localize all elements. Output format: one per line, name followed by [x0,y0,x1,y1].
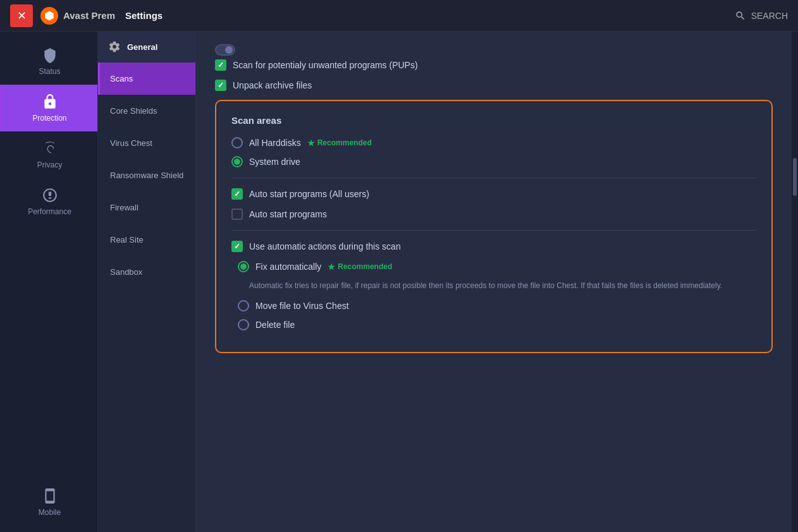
settings-label: Settings [125,10,163,21]
close-button[interactable]: ✕ [10,4,33,27]
search-area[interactable]: SEARCH [735,10,788,21]
delete-file-label: Delete file [255,320,295,330]
top-bar: ✕ Avast Prem Settings SEARCH [0,0,798,32]
firewall-label: Firewall [110,203,138,212]
sec-nav-sandbox[interactable]: Sandbox [98,256,195,288]
archive-checkbox-row[interactable]: Unpack archive files [215,80,773,91]
auto-actions-row[interactable]: Use automatic actions during this scan [231,241,756,252]
search-label: SEARCH [751,11,788,21]
gauge-icon [42,187,58,203]
general-nav-label: General [127,42,157,52]
archive-checkbox[interactable] [215,80,226,91]
sidebar-item-status[interactable]: Status [0,38,97,85]
pup-checkbox[interactable] [215,59,226,71]
auto-actions-checkbox[interactable] [231,241,243,252]
scrollbar-thumb[interactable] [793,158,797,196]
autostart-all-row[interactable]: Auto start programs (All users) [231,188,756,200]
all-harddisks-radio[interactable] [231,137,243,148]
content-area: Scan for potentialy unwanted programs (P… [196,32,792,532]
sidebar-item-protection[interactable]: Protection [0,85,97,131]
divider-2 [231,230,756,231]
sec-nav-ransomware-shield[interactable]: Ransomware Shield [98,159,195,191]
sidebar-item-mobile[interactable]: Mobile [0,479,97,526]
sidebar-item-privacy[interactable]: Privacy [0,131,97,178]
delete-file-radio[interactable] [238,319,249,330]
lock-icon [42,94,58,110]
scrollbar[interactable] [792,32,798,532]
autostart-all-label: Auto start programs (All users) [249,189,369,199]
fix-auto-radio[interactable] [238,261,249,272]
main-layout: Status Protection Privacy Performance [0,32,798,532]
fingerprint-icon [42,140,58,157]
scan-areas-title: Scan areas [231,115,756,126]
sec-nav-real-site[interactable]: Real Site [98,224,195,256]
core-shields-label: Core Shields [110,106,157,116]
icon-sidebar: Status Protection Privacy Performance [0,32,98,532]
sec-nav-virus-chest[interactable]: Virus Chest [98,127,195,159]
move-chest-radio[interactable] [238,300,249,311]
scan-areas-box: Scan areas All Harddisks Recommended Sys… [215,100,773,353]
virus-chest-label: Virus Chest [110,138,152,148]
fix-auto-desc: Automatic fix tries to repair file, if r… [249,280,756,291]
all-harddisks-recommended: Recommended [307,138,372,148]
phone-icon [42,488,58,504]
app-logo: Avast Prem [40,7,115,25]
autostart-checkbox[interactable] [231,209,243,220]
autostart-row[interactable]: Auto start programs [231,209,756,220]
fix-auto-row[interactable]: Fix automatically Recommended [238,261,756,272]
archive-label: Unpack archive files [233,80,312,90]
all-harddisks-label: All Harddisks [249,138,301,148]
move-chest-row[interactable]: Move file to Virus Chest [238,300,756,311]
system-drive-radio[interactable] [231,156,243,167]
secondary-sidebar: General Scans Core Shields Virus Chest R… [98,32,196,532]
sec-nav-firewall[interactable]: Firewall [98,191,195,224]
shield-icon [42,47,58,63]
all-harddisks-row[interactable]: All Harddisks Recommended [231,137,756,148]
avast-icon [40,7,58,25]
general-icon [108,40,121,53]
fix-auto-recommended: Recommended [328,262,392,272]
pup-checkbox-row[interactable]: Scan for potentialy unwanted programs (P… [215,59,773,71]
auto-actions-label: Use automatic actions during this scan [249,241,401,251]
mobile-label: Mobile [39,508,61,517]
sec-nav-core-shields[interactable]: Core Shields [98,95,195,127]
protection-label: Protection [32,114,66,123]
real-site-label: Real Site [110,235,144,245]
scans-label: Scans [110,74,133,83]
app-title: Avast Prem [63,10,115,21]
system-drive-row[interactable]: System drive [231,156,756,167]
ransomware-shield-label: Ransomware Shield [110,171,183,180]
sec-nav-scans[interactable]: Scans [98,63,195,95]
move-chest-label: Move file to Virus Chest [255,301,349,311]
divider-1 [231,178,756,178]
performance-label: Performance [28,207,71,216]
status-label: Status [39,67,60,76]
sandbox-label: Sandbox [110,267,142,277]
delete-file-row[interactable]: Delete file [238,319,756,330]
system-drive-label: System drive [249,157,300,167]
autostart-all-checkbox[interactable] [231,188,243,200]
privacy-label: Privacy [37,160,62,169]
search-icon [735,10,746,21]
fix-auto-label: Fix automatically [255,262,321,272]
sidebar-item-performance[interactable]: Performance [0,178,97,225]
autostart-label: Auto start programs [249,209,327,219]
pup-label: Scan for potentialy unwanted programs (P… [233,60,418,70]
